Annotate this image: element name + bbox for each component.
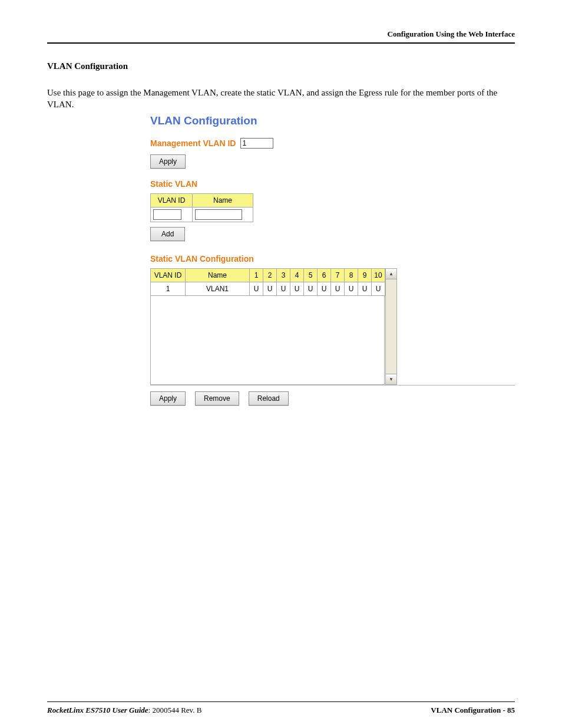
footer-rule bbox=[47, 701, 515, 702]
static-vlan-id-input[interactable] bbox=[153, 209, 181, 220]
cfg-row-vlanid: 1 bbox=[151, 282, 186, 295]
cfg-cell-port[interactable]: U bbox=[358, 282, 372, 295]
static-vlan-config-title: Static VLAN Configuration bbox=[150, 254, 515, 263]
cfg-cell-port[interactable]: U bbox=[263, 282, 277, 295]
scrollbar[interactable]: ▲ ▼ bbox=[385, 268, 397, 385]
static-vlan-config-table: VLAN ID Name 12345678910 1 VLAN1 UUUUUUU… bbox=[150, 268, 385, 296]
cfg-cell-port[interactable]: U bbox=[372, 282, 385, 295]
header-section-label: Configuration Using the Web Interface bbox=[47, 29, 515, 41]
page-footer: RocketLinx ES7510 User Guide: 2000544 Re… bbox=[47, 701, 515, 715]
cfg-col-port: 3 bbox=[277, 268, 290, 282]
static-vlan-name-input[interactable] bbox=[195, 209, 242, 220]
add-button[interactable]: Add bbox=[150, 227, 185, 241]
col-vlanid: VLAN ID bbox=[151, 193, 193, 207]
ui-title: VLAN Configuration bbox=[150, 114, 515, 127]
cfg-col-port: 10 bbox=[372, 268, 385, 282]
scroll-down-icon[interactable]: ▼ bbox=[386, 374, 396, 384]
scroll-track[interactable] bbox=[386, 279, 396, 374]
footer-left: RocketLinx ES7510 User Guide: 2000544 Re… bbox=[47, 706, 201, 715]
cfg-col-port: 1 bbox=[250, 268, 263, 282]
table-row: 1 VLAN1 UUUUUUUUUU bbox=[151, 282, 385, 295]
cfg-cell-port[interactable]: U bbox=[290, 282, 304, 295]
scroll-up-icon[interactable]: ▲ bbox=[386, 269, 396, 279]
cfg-col-port: 8 bbox=[345, 268, 358, 282]
col-name: Name bbox=[193, 193, 253, 207]
cfg-col-vlanid: VLAN ID bbox=[151, 268, 186, 282]
management-vlan-label: Management VLAN ID bbox=[150, 139, 236, 148]
cfg-col-port: 5 bbox=[304, 268, 318, 282]
static-vlan-table: VLAN ID Name bbox=[150, 193, 253, 222]
cfg-col-name: Name bbox=[186, 268, 250, 282]
intro-paragraph: Use this page to assign the Management V… bbox=[47, 87, 515, 111]
ui-panel: VLAN Configuration Management VLAN ID Ap… bbox=[150, 114, 515, 406]
footer-right: VLAN Configuration - 85 bbox=[431, 706, 515, 715]
cfg-col-port: 9 bbox=[358, 268, 372, 282]
section-title: VLAN Configuration bbox=[47, 61, 515, 71]
cfg-cell-port[interactable]: U bbox=[345, 282, 358, 295]
cfg-col-port: 4 bbox=[290, 268, 304, 282]
cfg-cell-port[interactable]: U bbox=[277, 282, 290, 295]
apply-button-management[interactable]: Apply bbox=[150, 154, 186, 169]
cfg-col-port: 2 bbox=[263, 268, 277, 282]
remove-button[interactable]: Remove bbox=[195, 391, 239, 406]
cfg-cell-port[interactable]: U bbox=[331, 282, 345, 295]
cfg-empty-area bbox=[150, 296, 385, 385]
cfg-col-port: 6 bbox=[318, 268, 331, 282]
static-vlan-title: Static VLAN bbox=[150, 179, 515, 189]
cfg-cell-port[interactable]: U bbox=[304, 282, 318, 295]
management-vlan-input[interactable] bbox=[240, 138, 273, 149]
cfg-cell-port[interactable]: U bbox=[318, 282, 331, 295]
apply-button-config[interactable]: Apply bbox=[150, 391, 186, 406]
reload-button[interactable]: Reload bbox=[249, 391, 289, 406]
cfg-col-port: 7 bbox=[331, 268, 345, 282]
cfg-cell-port[interactable]: U bbox=[250, 282, 263, 295]
header-rule bbox=[47, 42, 515, 44]
cfg-row-name: VLAN1 bbox=[186, 282, 250, 295]
